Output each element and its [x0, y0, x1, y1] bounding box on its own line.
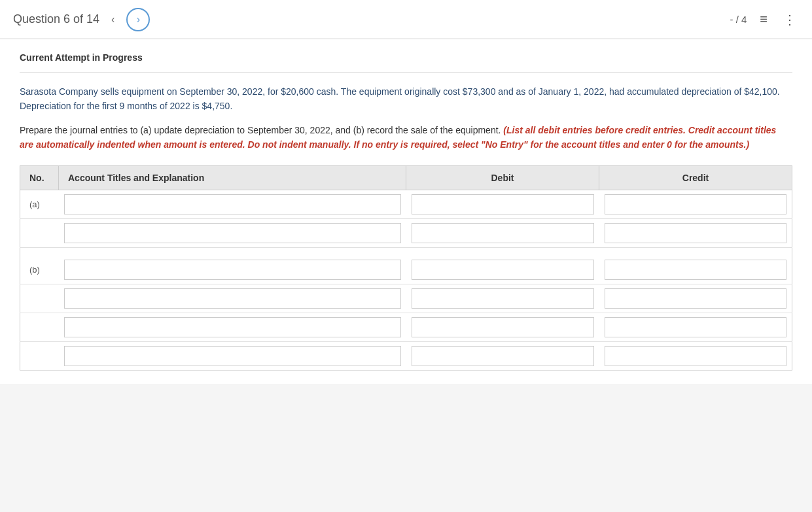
account-input-cell-a1: [59, 190, 406, 218]
account-input-cell-a2: [59, 218, 406, 247]
list-icon-button[interactable]: ≡: [757, 9, 770, 29]
debit-input-cell-b2: [406, 284, 599, 313]
credit-input-b1[interactable]: [605, 260, 787, 280]
account-input-cell-b3: [59, 313, 406, 341]
debit-input-cell-b3: [406, 313, 599, 341]
account-input-b3[interactable]: [64, 317, 401, 337]
account-input-b1[interactable]: [64, 260, 401, 280]
col-header-debit: Debit: [406, 165, 599, 190]
credit-input-b3[interactable]: [605, 317, 787, 337]
row-label-b2: [20, 284, 59, 313]
account-input-a1[interactable]: [64, 194, 401, 214]
table-row: [20, 341, 792, 370]
scenario-paragraph1: Sarasota Company sells equipment on Sept…: [20, 84, 792, 114]
debit-input-b2[interactable]: [412, 288, 594, 309]
col-header-account: Account Titles and Explanation: [59, 165, 406, 190]
col-header-no: No.: [20, 165, 59, 190]
table-row: [20, 313, 792, 341]
debit-input-b3[interactable]: [412, 317, 594, 337]
credit-input-cell-b4: [599, 341, 792, 370]
debit-input-a2[interactable]: [412, 223, 594, 243]
credit-input-cell-a1: [599, 190, 792, 218]
table-row: (a): [20, 190, 792, 218]
credit-input-cell-b2: [599, 284, 792, 313]
instructions-paragraph: Prepare the journal entries to (a) updat…: [20, 123, 792, 152]
prev-button[interactable]: ‹: [107, 11, 118, 28]
credit-input-b2[interactable]: [605, 288, 787, 309]
header-right: - / 4 ≡ ⋮: [730, 9, 799, 30]
row-label-b: (b): [20, 256, 59, 284]
account-input-b2[interactable]: [64, 288, 401, 309]
col-header-credit: Credit: [599, 165, 792, 190]
journal-table: No. Account Titles and Explanation Debit…: [20, 165, 792, 371]
credit-input-b4[interactable]: [605, 346, 787, 366]
table-row: [20, 218, 792, 247]
account-input-cell-b2: [59, 284, 406, 313]
debit-input-cell-a1: [406, 190, 599, 218]
row-label-b4: [20, 341, 59, 370]
account-input-a2[interactable]: [64, 223, 401, 243]
account-input-cell-b4: [59, 341, 406, 370]
main-content: Current Attempt in Progress Sarasota Com…: [0, 39, 812, 384]
attempt-banner: Current Attempt in Progress: [20, 52, 792, 73]
row-label-b3: [20, 313, 59, 341]
credit-input-cell-b3: [599, 313, 792, 341]
table-row: [20, 284, 792, 313]
header-left: Question 6 of 14 ‹ ›: [13, 8, 150, 31]
debit-input-cell-a2: [406, 218, 599, 247]
table-row: (b): [20, 256, 792, 284]
debit-input-a1[interactable]: [412, 194, 594, 214]
page-count: - / 4: [730, 14, 747, 25]
page-header: Question 6 of 14 ‹ › - / 4 ≡ ⋮: [0, 0, 812, 39]
debit-input-b4[interactable]: [412, 346, 594, 366]
question-title: Question 6 of 14: [13, 12, 99, 26]
next-button[interactable]: ›: [126, 8, 150, 31]
account-input-cell-b1: [59, 256, 406, 284]
spacer-row: [20, 247, 792, 256]
instructions-normal: Prepare the journal entries to (a) updat…: [20, 125, 501, 135]
debit-input-cell-b4: [406, 341, 599, 370]
credit-input-a1[interactable]: [605, 194, 787, 214]
debit-input-cell-b1: [406, 256, 599, 284]
row-label-a: (a): [20, 190, 59, 218]
credit-input-a2[interactable]: [605, 223, 787, 243]
row-label-a2: [20, 218, 59, 247]
credit-input-cell-a2: [599, 218, 792, 247]
credit-input-cell-b1: [599, 256, 792, 284]
debit-input-b1[interactable]: [412, 260, 594, 280]
account-input-b4[interactable]: [64, 346, 401, 366]
more-options-button[interactable]: ⋮: [781, 9, 799, 30]
